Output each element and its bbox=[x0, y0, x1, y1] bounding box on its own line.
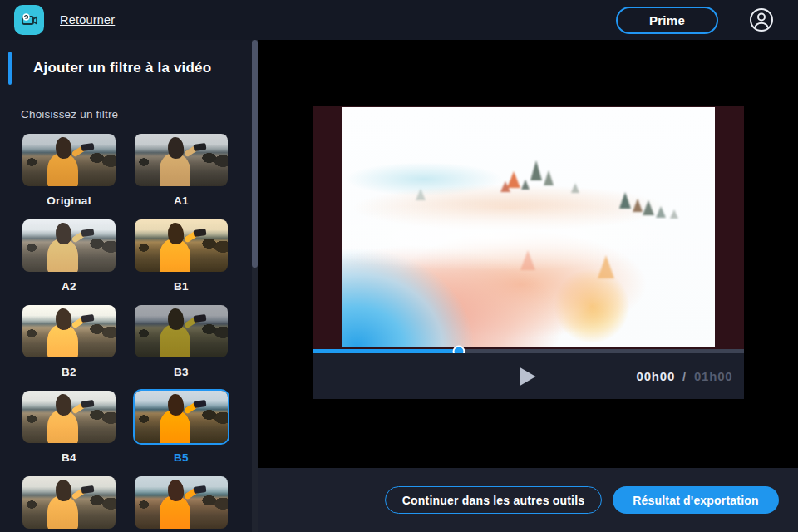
sidebar-title-row: Ajouter un filtre à la vidéo bbox=[8, 52, 258, 85]
continue-other-tools-button[interactable]: Continuer dans les autres outils bbox=[385, 486, 602, 514]
top-bar: Retourner Prime bbox=[0, 0, 798, 40]
filter-thumb-border bbox=[133, 475, 229, 530]
filter-thumb bbox=[22, 305, 116, 357]
thumb-phone bbox=[81, 229, 94, 237]
filter-item-b2[interactable]: B2 bbox=[21, 303, 117, 379]
filter-thumb bbox=[22, 476, 116, 529]
filter-thumb bbox=[135, 476, 228, 529]
filter-thumb bbox=[135, 305, 228, 357]
video-frame bbox=[313, 106, 744, 349]
video-player: 00h00 / 01h00 bbox=[313, 106, 744, 399]
filter-label: A2 bbox=[21, 280, 117, 293]
title-accent-bar bbox=[8, 52, 12, 85]
filter-thumb-border bbox=[133, 303, 229, 359]
filter-item-b3[interactable]: B3 bbox=[133, 303, 229, 379]
video-preview[interactable] bbox=[342, 107, 715, 347]
prime-button[interactable]: Prime bbox=[616, 7, 718, 34]
thumb-phone bbox=[81, 143, 94, 151]
filter-label: B5 bbox=[133, 451, 229, 465]
filter-item-b4[interactable]: B4 bbox=[21, 389, 117, 465]
video-camera-icon bbox=[19, 10, 39, 30]
action-bar: Continuer dans les autres outils Résulta… bbox=[258, 468, 798, 532]
app-window: Retourner Prime Ajouter un filtre à la v… bbox=[0, 0, 798, 532]
thumb-phone bbox=[193, 400, 206, 408]
thumb-phone bbox=[81, 314, 94, 323]
player-controls: 00h00 / 01h00 bbox=[313, 353, 744, 399]
filter-thumb bbox=[135, 219, 228, 272]
back-link[interactable]: Retourner bbox=[60, 13, 115, 27]
app-logo[interactable] bbox=[14, 5, 44, 35]
account-button[interactable] bbox=[749, 7, 774, 32]
time-separator: / bbox=[679, 369, 690, 383]
thumb-phone bbox=[193, 143, 206, 151]
filter-thumb bbox=[22, 219, 116, 272]
sidebar-subtitle: Choisissez un filtre bbox=[21, 108, 258, 121]
filter-thumb bbox=[22, 391, 116, 443]
filter-sidebar: Ajouter un filtre à la vidéo Choisissez … bbox=[0, 40, 258, 532]
thumb-phone bbox=[81, 400, 94, 408]
filter-item-a1[interactable]: A1 bbox=[133, 132, 229, 208]
filter-thumb-border bbox=[133, 389, 229, 445]
play-button[interactable] bbox=[520, 367, 536, 386]
filter-thumb-border bbox=[21, 132, 117, 188]
filter-thumb-border bbox=[21, 475, 117, 530]
main-panel: 00h00 / 01h00 Continuer dans les autres … bbox=[258, 40, 798, 532]
filter-item-c1[interactable] bbox=[21, 475, 117, 532]
filter-thumb-border bbox=[133, 132, 229, 188]
filter-thumb-border bbox=[133, 218, 229, 273]
filter-item-original[interactable]: Original bbox=[21, 132, 117, 208]
filter-label: B3 bbox=[133, 366, 229, 379]
landscape-trees-graphic bbox=[342, 107, 715, 347]
filter-thumb-border bbox=[21, 218, 117, 273]
filter-thumb bbox=[22, 134, 116, 186]
total-time: 01h00 bbox=[694, 369, 733, 383]
filter-label: B4 bbox=[21, 451, 117, 465]
filter-label: B2 bbox=[21, 366, 117, 379]
video-stage: 00h00 / 01h00 bbox=[258, 40, 798, 468]
filter-item-b1[interactable]: B1 bbox=[133, 218, 229, 293]
filter-grid: Original A1 A2 bbox=[0, 132, 258, 532]
current-time: 00h00 bbox=[637, 369, 676, 383]
filter-thumb bbox=[135, 134, 228, 186]
filter-label: Original bbox=[21, 195, 117, 208]
sidebar-title: Ajouter un filtre à la vidéo bbox=[33, 60, 211, 76]
filter-item-b5[interactable]: B5 bbox=[133, 389, 229, 465]
thumb-phone bbox=[193, 314, 206, 323]
filter-thumb-border bbox=[21, 303, 117, 359]
export-result-button[interactable]: Résultat d'exportation bbox=[613, 486, 779, 514]
user-avatar-icon bbox=[749, 7, 774, 32]
filter-label: B1 bbox=[133, 280, 229, 293]
time-display: 00h00 / 01h00 bbox=[637, 369, 733, 383]
filter-item-c2[interactable] bbox=[133, 475, 229, 532]
thumb-phone bbox=[193, 229, 206, 237]
filter-thumb bbox=[135, 391, 228, 443]
filter-thumb-border bbox=[21, 389, 117, 445]
thumb-phone bbox=[81, 485, 94, 494]
sidebar-scrollbar-thumb[interactable] bbox=[252, 40, 258, 268]
thumb-phone bbox=[193, 485, 206, 494]
filter-label: A1 bbox=[133, 195, 229, 208]
content-area: Ajouter un filtre à la vidéo Choisissez … bbox=[0, 40, 798, 532]
filter-item-a2[interactable]: A2 bbox=[21, 218, 117, 293]
